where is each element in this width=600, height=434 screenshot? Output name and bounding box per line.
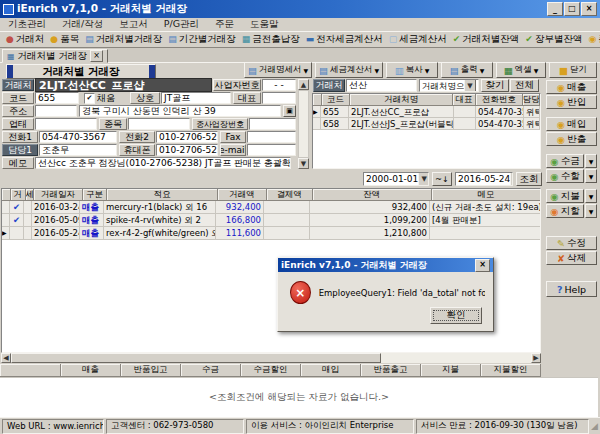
- find-all-button[interactable]: 전체: [510, 79, 539, 92]
- side-button-collect-discount[interactable]: ◉수할: [546, 169, 584, 183]
- pay-discount-dropdown-icon[interactable]: ▼: [585, 204, 597, 218]
- toolbar-button-customers[interactable]: ●거래처: [3, 32, 47, 47]
- statement-check-icon[interactable]: ✔: [10, 214, 24, 227]
- memo-field[interactable]: 선산cc 조춘무 점장님(010-2706-5238) JT골프 판매분 총괄확…: [35, 157, 291, 169]
- dialog-close-icon[interactable]: ×: [475, 259, 490, 272]
- collect-dropdown-icon[interactable]: ▼: [585, 154, 597, 168]
- email-field[interactable]: [247, 144, 296, 156]
- print-statement-button[interactable]: ▤거래명세서▼: [244, 62, 312, 78]
- chevron-down-icon[interactable]: ▼: [480, 67, 485, 74]
- grid-scroll-left-icon[interactable]: ◀: [1, 353, 11, 363]
- date-from-select[interactable]: 2000-01-01 ▼: [363, 172, 429, 186]
- grid-h-scrollbar[interactable]: [11, 353, 531, 363]
- business-number-field[interactable]: - -: [262, 79, 296, 91]
- toolbar-button-tax-invoice[interactable]: ▢세금계산서: [386, 32, 450, 47]
- chevron-down-icon[interactable]: ▼: [534, 67, 539, 74]
- ledger-row[interactable]: ▶ 2016-05-24 매출 rex-r4-2-gf(white/green)…: [2, 227, 540, 240]
- close-button[interactable]: ×: [581, 2, 597, 16]
- phone2-field[interactable]: 010-2706-5238: [156, 131, 218, 143]
- toolbar-button-period-ledger[interactable]: ▤기간별거래장: [165, 32, 239, 47]
- form-scrollbar[interactable]: [298, 90, 309, 158]
- window-titlebar[interactable]: iEnrich v7,1,0 - 거래처별 거래장 _ □ ×: [0, 0, 600, 18]
- search-button[interactable]: 조회: [516, 172, 542, 186]
- chevron-down-icon[interactable]: ▼: [418, 172, 429, 186]
- side-button-purchase[interactable]: ◉매입: [546, 117, 597, 131]
- checkbox-icon[interactable]: ✔: [84, 93, 95, 104]
- grid-h-scrollbar-thumb[interactable]: [11, 353, 381, 363]
- statement-check-icon[interactable]: ✔: [10, 201, 24, 214]
- menu-item-reports[interactable]: 보고서: [111, 18, 156, 31]
- side-button-help[interactable]: ?Help: [546, 281, 597, 297]
- mobile-field[interactable]: 010-2706-5238: [156, 144, 218, 156]
- fax-field[interactable]: [247, 131, 296, 143]
- toolbar-button-items[interactable]: ●품목: [47, 32, 82, 47]
- toolbar-button-cashbook[interactable]: ▦금전출납장: [239, 32, 303, 47]
- shop-name-field[interactable]: JT골프: [161, 92, 231, 104]
- chevron-down-icon[interactable]: ▼: [303, 67, 308, 74]
- customer-row[interactable]: ▶ 655 2LJT.선산CC_프로샵 054-470-3567 위탁: [313, 106, 540, 118]
- menu-item-basic-mgmt[interactable]: 기초관리: [0, 18, 54, 31]
- pay-dropdown-icon[interactable]: ▼: [585, 189, 597, 203]
- form-scroll-up-icon[interactable]: ▲: [298, 79, 309, 90]
- close-panel-button[interactable]: ■닫기: [549, 62, 597, 78]
- toolbar-button-item-stock[interactable]: ◉품목별재고: [585, 32, 600, 47]
- ok-button[interactable]: 확인: [430, 307, 482, 324]
- ledger-row[interactable]: ✔ 2016-05-09 매출 spike-r4-rv(white) 외 2 1…: [2, 214, 540, 227]
- tax-flag-column-header[interactable]: 세: [26, 189, 35, 201]
- grid-scroll-right-icon[interactable]: ▶: [531, 353, 541, 363]
- date-to-select[interactable]: 2016-05-24 ▼: [455, 172, 513, 186]
- toolbar-button-customer-balance[interactable]: ✔거래처별잔액: [450, 32, 523, 47]
- tab-close-icon[interactable]: ×: [90, 50, 103, 62]
- toolbar-button-e-tax-invoice[interactable]: ▬전자세금계산서: [303, 32, 386, 47]
- side-button-collect[interactable]: ◉수금: [546, 154, 584, 168]
- toolbar-button-book-balance[interactable]: ✔장부별잔액: [522, 32, 585, 47]
- customer-name-field[interactable]: 2LJT.선산CC_프로샵: [35, 78, 212, 92]
- minimize-button[interactable]: _: [547, 2, 563, 16]
- address-field[interactable]: 경북 구미시 산동면 인덕리 산 39: [79, 105, 281, 117]
- statement-check-icon[interactable]: [10, 227, 24, 240]
- side-button-return-in[interactable]: ◉반입: [546, 95, 597, 109]
- maximize-button[interactable]: □: [564, 2, 580, 16]
- print-button[interactable]: ▤출력▼: [441, 62, 493, 78]
- copy-button[interactable]: ▥복사▼: [386, 62, 438, 78]
- address-browse-button[interactable]: ▣: [283, 105, 296, 117]
- chevron-down-icon[interactable]: ▼: [510, 172, 513, 186]
- customer-row[interactable]: 658 2LJT.선산JS_프로샵(버블틱) 054-470-3567 위탁: [313, 118, 540, 130]
- chevron-down-icon[interactable]: ▼: [425, 67, 430, 74]
- business-type-field[interactable]: [35, 118, 97, 130]
- toolbar-button-customer-ledger[interactable]: ▤거래처별거래장: [82, 32, 165, 47]
- search-mode-select[interactable]: 거래처명으로 ▼: [419, 79, 479, 92]
- side-button-return-out[interactable]: ◉반출: [546, 132, 597, 146]
- menu-item-orders[interactable]: 주문: [207, 18, 242, 31]
- date-range-button[interactable]: ~↓: [432, 172, 452, 186]
- business-item-field[interactable]: [128, 118, 190, 130]
- tab-customer-ledger[interactable]: ▦ 거래처별 거래장 ×: [2, 49, 108, 63]
- fill-checkbox[interactable]: ✔ 채움: [84, 92, 130, 104]
- resize-grip-icon[interactable]: ◢: [591, 421, 598, 431]
- side-button-pay-discount[interactable]: ◉지할: [546, 204, 584, 218]
- code-field[interactable]: 655: [35, 92, 79, 104]
- customer-search-input[interactable]: 선산: [346, 79, 417, 92]
- sub-business-number-field[interactable]: [249, 118, 296, 130]
- menu-item-pg-mgmt[interactable]: P/G관리: [156, 18, 207, 31]
- statement-flag-column-header[interactable]: 거: [11, 189, 26, 201]
- zip-code-field[interactable]: [35, 105, 77, 117]
- excel-button[interactable]: ▦엑셀▼: [496, 62, 546, 78]
- side-button-sales[interactable]: ◉매출: [546, 80, 597, 94]
- side-button-edit[interactable]: ✎수정: [546, 236, 597, 250]
- chevron-down-icon[interactable]: ▼: [464, 79, 476, 92]
- print-tax-invoice-button[interactable]: ▤세금계산서▼: [315, 62, 383, 78]
- ledger-row[interactable]: ✔ 2016-03-24 매출 mercury-r1(black) 외 16 9…: [2, 201, 540, 214]
- side-button-pay[interactable]: ◉지불: [546, 189, 584, 203]
- chevron-down-icon[interactable]: ▼: [374, 67, 379, 74]
- ceo-field[interactable]: [262, 92, 296, 104]
- dialog-titlebar[interactable]: iEnrich v7,1,0 - 거래처별 거래장 ×: [278, 258, 493, 272]
- collect-discount-dropdown-icon[interactable]: ▼: [585, 169, 597, 183]
- menu-item-transactions[interactable]: 거래/작성: [54, 18, 111, 31]
- menu-item-help[interactable]: 도움말: [242, 18, 287, 31]
- phone1-field[interactable]: 054-470-3567: [39, 131, 117, 143]
- manager-field[interactable]: 조춘무: [39, 144, 117, 156]
- form-scroll-down-icon[interactable]: ▼: [298, 158, 309, 169]
- find-button[interactable]: 찾기: [481, 79, 509, 92]
- side-button-delete[interactable]: ✘삭제: [546, 251, 597, 265]
